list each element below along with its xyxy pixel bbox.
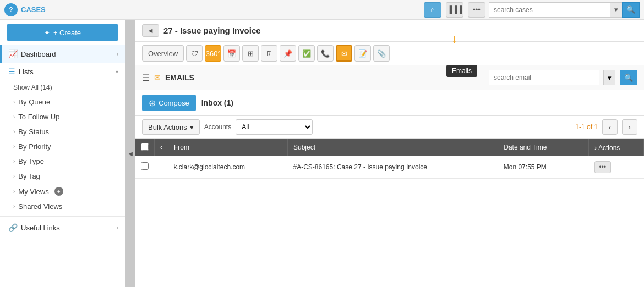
- grid-icon: ⊞: [248, 49, 254, 58]
- sidebar-item-lists[interactable]: ☰ Lists ▾: [0, 63, 125, 80]
- 360-label: 360°: [206, 49, 221, 58]
- table-header-from: From: [168, 139, 288, 156]
- sidebar-item-by-priority[interactable]: › By Priority: [0, 139, 125, 154]
- email-icon: ✉: [341, 49, 347, 58]
- table-header-date: Date and Time: [498, 139, 577, 156]
- table-header-row: ‹ From Subject Date and Time › Actions: [135, 139, 644, 156]
- sidebar-item-useful-links[interactable]: 🔗 Useful Links ›: [0, 219, 125, 236]
- row-indicator-cell: [155, 156, 168, 178]
- sidebar-item-label-dashboard: Dashboard: [21, 50, 113, 58]
- create-button[interactable]: ✦ + Create: [7, 24, 118, 41]
- sidebar-item-by-queue[interactable]: › By Queue: [0, 95, 125, 109]
- sidebar-item-by-tag[interactable]: › By Tag: [0, 169, 125, 184]
- phone-button[interactable]: 📞: [317, 45, 334, 62]
- table-header-arrow: ‹: [155, 139, 168, 156]
- row-subject-cell: #A-CS-86165: Case 27 - Issue paying Invo…: [288, 156, 498, 178]
- search-input[interactable]: [489, 2, 610, 18]
- arrow-icon: ›: [13, 158, 15, 164]
- sidebar: ✦ + Create 📈 Dashboard › ☰ Lists ▾ Show …: [0, 20, 125, 287]
- row-from-cell: k.clark@glocialtech.com: [168, 156, 288, 178]
- arrow-icon: ›: [13, 203, 15, 209]
- search-dropdown-button[interactable]: ▾: [610, 2, 622, 18]
- overview-button[interactable]: Overview: [142, 45, 184, 62]
- page-title: 27 - Issue paying Invoice: [163, 26, 261, 35]
- sidebar-item-by-type[interactable]: › By Type: [0, 154, 125, 169]
- arrow-indicator: ↓: [451, 33, 457, 45]
- back-button[interactable]: ◄: [142, 24, 159, 37]
- search-email-input[interactable]: [489, 70, 599, 85]
- search-go-button[interactable]: 🔍: [622, 2, 640, 18]
- emails-section: ☰ ✉ EMAILS ▾ 🔍 ⊕ Compose Inbox (1): [135, 65, 644, 287]
- chevron-down-icon-lists: ▾: [116, 69, 118, 75]
- table-header-checkbox: [135, 139, 155, 156]
- chart-icon: ▐▐▐: [447, 5, 462, 14]
- home-icon: ⌂: [430, 5, 435, 14]
- sidebar-collapse-button[interactable]: ◄: [125, 20, 135, 287]
- checklist-icon: ✅: [302, 49, 311, 58]
- search-email-go-button[interactable]: 🔍: [620, 70, 637, 85]
- hamburger-icon[interactable]: ☰: [142, 73, 150, 83]
- show-all-item[interactable]: Show All (14): [0, 80, 125, 95]
- accounts-label: Accounts: [204, 123, 231, 131]
- arrow-icon: ›: [13, 114, 15, 120]
- chevron-down-icon: ▾: [608, 74, 612, 82]
- arrow-right-icon: ›: [594, 144, 597, 152]
- attachment-button[interactable]: 📎: [373, 45, 390, 62]
- compose-bar: ⊕ Compose Inbox (1): [135, 90, 644, 116]
- note-icon: 📝: [358, 49, 367, 58]
- arrow-icon: ›: [13, 189, 15, 195]
- attachment-icon: 📎: [377, 49, 386, 58]
- row-checkbox[interactable]: [141, 162, 149, 170]
- row-actions-button[interactable]: •••: [594, 161, 612, 173]
- calendar-icon: 📅: [227, 49, 236, 58]
- link-icon: 🔗: [8, 223, 18, 232]
- select-all-checkbox[interactable]: [141, 143, 149, 151]
- calendar2-icon: 🗓: [266, 49, 273, 58]
- sidebar-item-dashboard[interactable]: 📈 Dashboard ›: [0, 45, 125, 63]
- sidebar-item-shared-views[interactable]: › Shared Views: [0, 199, 125, 214]
- shield-icon: 🛡: [191, 49, 198, 58]
- more-button[interactable]: •••: [468, 2, 485, 18]
- search-email-dropdown-button[interactable]: ▾: [603, 70, 615, 85]
- row-actions-cell: •••: [589, 156, 644, 178]
- calendar2-button[interactable]: 🗓: [261, 45, 277, 62]
- chart-button[interactable]: ▐▐▐: [446, 2, 463, 18]
- chevron-right-page-icon: ›: [629, 123, 631, 131]
- checklist-button[interactable]: ✅: [298, 45, 315, 62]
- pin-button[interactable]: 📌: [280, 45, 296, 62]
- title-bar: ◄ 27 - Issue paying Invoice: [135, 20, 644, 42]
- my-views-add-icon[interactable]: +: [54, 187, 63, 196]
- sidebar-label-by-status: By Status: [18, 128, 49, 136]
- overview-label: Overview: [148, 49, 178, 58]
- sidebar-label-shared-views: Shared Views: [18, 202, 62, 211]
- topbar: ? CASES ⌂ ▐▐▐ ••• ▾ 🔍: [0, 0, 644, 20]
- row-date-cell: Mon 07:55 PM: [498, 156, 577, 178]
- sidebar-item-by-status[interactable]: › By Status: [0, 124, 125, 139]
- logo-circle: ?: [4, 3, 18, 16]
- sidebar-item-my-views[interactable]: › My Views +: [0, 184, 125, 199]
- email-tooltip: Emails: [446, 65, 477, 77]
- home-button[interactable]: ⌂: [424, 2, 441, 18]
- pagination-prev-button[interactable]: ‹: [602, 119, 618, 135]
- main-content: ◄ 27 - Issue paying Invoice Overview 🛡 3…: [135, 20, 644, 287]
- accounts-select[interactable]: All: [236, 119, 313, 135]
- pagination-next-button[interactable]: ›: [622, 119, 637, 135]
- search-wrapper: ▾ 🔍: [489, 2, 640, 18]
- grid-button[interactable]: ⊞: [242, 45, 259, 62]
- sidebar-label-by-priority: By Priority: [18, 142, 51, 151]
- table-row: k.clark@glocialtech.com #A-CS-86165: Cas…: [135, 156, 644, 178]
- shield-button[interactable]: 🛡: [186, 45, 203, 62]
- sidebar-item-to-follow-up[interactable]: › To Follow Up: [0, 109, 125, 124]
- sidebar-label-to-follow-up: To Follow Up: [18, 113, 59, 121]
- email-button[interactable]: ✉: [336, 45, 352, 62]
- bulk-actions-button[interactable]: Bulk Actions ▾: [142, 119, 200, 135]
- calendar-button[interactable]: 📅: [223, 45, 240, 62]
- app-logo: ? CASES: [4, 3, 46, 16]
- 360-button[interactable]: 360°: [205, 45, 221, 62]
- note-button[interactable]: 📝: [354, 45, 371, 62]
- compose-button[interactable]: ⊕ Compose: [142, 95, 196, 111]
- chevron-down-icon: ▾: [614, 5, 618, 14]
- arrow-icon: ›: [13, 173, 15, 179]
- chevron-right-icon: ›: [117, 51, 118, 57]
- sidebar-item-label-lists: Lists: [19, 68, 112, 76]
